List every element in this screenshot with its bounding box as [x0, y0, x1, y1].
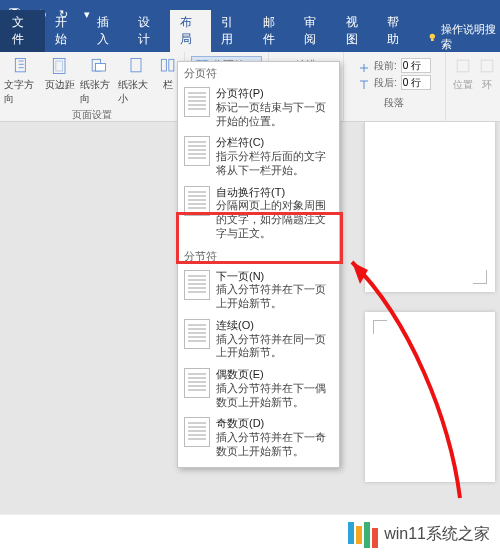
margins-button[interactable]: 页边距	[42, 54, 78, 92]
svg-rect-3	[15, 59, 25, 72]
tab-file[interactable]: 文件	[0, 10, 45, 52]
tab-help[interactable]: 帮助	[377, 10, 418, 52]
text-direction-button[interactable]: 文字方向	[4, 54, 40, 106]
after-label: 段后:	[374, 76, 397, 90]
tab-layout[interactable]: 布局	[170, 10, 211, 52]
footer-logo-icon	[348, 522, 378, 548]
dd-item-continuous[interactable]: 连续(O)插入分节符并在同一页上开始新节。	[178, 315, 339, 364]
svg-rect-14	[481, 60, 493, 72]
even-page-icon	[184, 368, 210, 398]
paragraph-label: 段落	[384, 94, 404, 112]
continuous-icon	[184, 319, 210, 349]
tab-insert[interactable]: 插入	[87, 10, 128, 52]
ribbon-tabs: 文件 开始 插入 设计 布局 引用 邮件 审阅 视图 帮助 操作说明搜索	[0, 28, 500, 52]
dd-item-even-page[interactable]: 偶数页(E)插入分节符并在下一偶数页上开始新节。	[178, 364, 339, 413]
tab-mailings[interactable]: 邮件	[253, 10, 294, 52]
tab-view[interactable]: 视图	[336, 10, 377, 52]
page-2[interactable]	[365, 312, 495, 482]
tell-me-label: 操作说明搜索	[441, 22, 500, 52]
dd-section-section-breaks: 分节符	[178, 245, 339, 266]
svg-rect-7	[96, 64, 106, 72]
spacing-after-input[interactable]	[401, 75, 431, 90]
page-corner-icon	[473, 270, 487, 284]
tab-review[interactable]: 审阅	[294, 10, 335, 52]
svg-rect-5	[56, 61, 63, 71]
tab-references[interactable]: 引用	[211, 10, 252, 52]
group-page-setup: 文字方向 页边距 纸张方向 纸张大小 栏 页面设置	[0, 52, 185, 121]
tab-home[interactable]: 开始	[45, 10, 86, 52]
svg-rect-9	[161, 59, 166, 71]
bulb-icon	[427, 31, 438, 43]
group-spacing: 段前: 段后: 段落	[344, 52, 446, 121]
orientation-button[interactable]: 纸张方向	[80, 54, 116, 106]
before-label: 段前:	[374, 59, 397, 73]
dd-item-page-break[interactable]: 分页符(P)标记一页结束与下一页开始的位置。	[178, 83, 339, 132]
wrap-button[interactable]: 环	[478, 54, 496, 92]
spacing-before-input[interactable]	[401, 58, 431, 73]
svg-rect-2	[431, 39, 434, 41]
svg-rect-8	[131, 59, 141, 72]
tab-design[interactable]: 设计	[128, 10, 169, 52]
footer-text: win11系统之家	[384, 524, 490, 545]
odd-page-icon	[184, 417, 210, 447]
size-button[interactable]: 纸张大小	[118, 54, 154, 106]
column-break-icon	[184, 136, 210, 166]
page-1[interactable]	[365, 122, 495, 292]
watermark-footer: win11系统之家	[0, 514, 500, 554]
svg-point-1	[429, 34, 434, 39]
group-arrange: 位置 环	[446, 52, 500, 121]
dd-item-text-wrap-break[interactable]: 自动换行符(T)分隔网页上的对象周围的文字，如分隔题注文字与正文。	[178, 182, 339, 245]
svg-rect-10	[169, 59, 174, 71]
page-corner-icon	[373, 320, 387, 334]
dd-item-odd-page[interactable]: 奇数页(D)插入分节符并在下一奇数页上开始新节。	[178, 413, 339, 462]
position-button[interactable]: 位置	[450, 54, 476, 92]
svg-rect-13	[457, 60, 469, 72]
wrap-break-icon	[184, 186, 210, 216]
dd-item-column-break[interactable]: 分栏符(C)指示分栏符后面的文字将从下一栏开始。	[178, 132, 339, 181]
spacing-after-icon	[358, 77, 370, 89]
dd-item-next-page[interactable]: 下一页(N)插入分节符并在下一页上开始新节。	[178, 266, 339, 315]
dd-section-page-breaks: 分页符	[178, 62, 339, 83]
next-page-icon	[184, 270, 210, 300]
breaks-dropdown: 分页符 分页符(P)标记一页结束与下一页开始的位置。 分栏符(C)指示分栏符后面…	[177, 61, 340, 468]
spacing-before-icon	[358, 60, 370, 72]
page-break-icon	[184, 87, 210, 117]
tell-me-search[interactable]: 操作说明搜索	[427, 22, 500, 52]
